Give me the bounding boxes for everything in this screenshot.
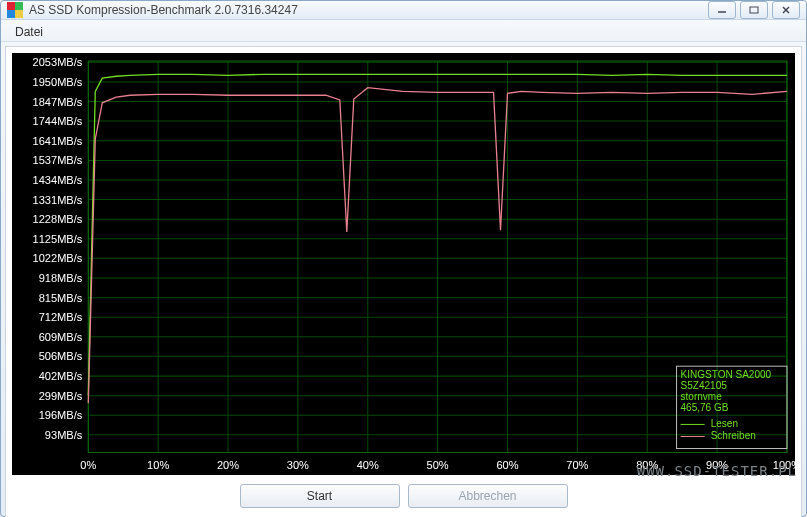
svg-text:609MB/s: 609MB/s bbox=[39, 331, 83, 343]
close-button[interactable] bbox=[772, 1, 800, 19]
svg-text:93MB/s: 93MB/s bbox=[45, 429, 83, 441]
app-window: AS SSD Kompression-Benchmark 2.0.7316.34… bbox=[0, 0, 807, 517]
button-row: Start Abbrechen bbox=[12, 475, 795, 511]
menu-file[interactable]: Datei bbox=[9, 23, 49, 41]
menubar: Datei bbox=[1, 20, 806, 42]
content-area: 2053MB/s1950MB/s1847MB/s1744MB/s1641MB/s… bbox=[5, 46, 802, 517]
window-controls bbox=[708, 1, 800, 19]
svg-text:712MB/s: 712MB/s bbox=[39, 311, 83, 323]
maximize-button[interactable] bbox=[740, 1, 768, 19]
svg-text:1537MB/s: 1537MB/s bbox=[33, 154, 83, 166]
svg-text:30%: 30% bbox=[287, 459, 309, 471]
svg-text:S5Z42105: S5Z42105 bbox=[681, 380, 728, 391]
svg-text:1847MB/s: 1847MB/s bbox=[33, 96, 83, 108]
svg-text:1022MB/s: 1022MB/s bbox=[33, 252, 83, 264]
start-button[interactable]: Start bbox=[240, 484, 400, 508]
svg-text:815MB/s: 815MB/s bbox=[39, 292, 83, 304]
cancel-button: Abbrechen bbox=[408, 484, 568, 508]
app-icon bbox=[7, 2, 23, 18]
svg-text:50%: 50% bbox=[427, 459, 449, 471]
svg-text:1331MB/s: 1331MB/s bbox=[33, 194, 83, 206]
minimize-button[interactable] bbox=[708, 1, 736, 19]
svg-text:70%: 70% bbox=[566, 459, 588, 471]
svg-text:Schreiben: Schreiben bbox=[711, 430, 756, 441]
svg-rect-1 bbox=[750, 7, 758, 13]
svg-text:1950MB/s: 1950MB/s bbox=[33, 76, 83, 88]
svg-text:1744MB/s: 1744MB/s bbox=[33, 115, 83, 127]
svg-text:60%: 60% bbox=[496, 459, 518, 471]
svg-text:KINGSTON SA2000: KINGSTON SA2000 bbox=[681, 369, 772, 380]
watermark: www.ssd-tester.pl bbox=[637, 463, 797, 479]
compression-chart: 2053MB/s1950MB/s1847MB/s1744MB/s1641MB/s… bbox=[12, 53, 795, 475]
svg-text:465,76 GB: 465,76 GB bbox=[681, 402, 729, 413]
svg-text:918MB/s: 918MB/s bbox=[39, 272, 83, 284]
svg-text:196MB/s: 196MB/s bbox=[39, 409, 83, 421]
svg-text:506MB/s: 506MB/s bbox=[39, 350, 83, 362]
svg-text:0%: 0% bbox=[80, 459, 96, 471]
svg-text:2053MB/s: 2053MB/s bbox=[33, 56, 83, 68]
svg-text:1228MB/s: 1228MB/s bbox=[33, 213, 83, 225]
svg-text:10%: 10% bbox=[147, 459, 169, 471]
svg-text:Lesen: Lesen bbox=[711, 418, 738, 429]
svg-text:299MB/s: 299MB/s bbox=[39, 390, 83, 402]
svg-text:40%: 40% bbox=[357, 459, 379, 471]
window-title: AS SSD Kompression-Benchmark 2.0.7316.34… bbox=[29, 3, 708, 17]
titlebar: AS SSD Kompression-Benchmark 2.0.7316.34… bbox=[1, 1, 806, 20]
svg-text:1125MB/s: 1125MB/s bbox=[33, 233, 83, 245]
svg-text:20%: 20% bbox=[217, 459, 239, 471]
svg-text:1641MB/s: 1641MB/s bbox=[33, 135, 83, 147]
svg-text:stornvme: stornvme bbox=[681, 391, 723, 402]
svg-text:1434MB/s: 1434MB/s bbox=[33, 174, 83, 186]
svg-text:402MB/s: 402MB/s bbox=[39, 370, 83, 382]
